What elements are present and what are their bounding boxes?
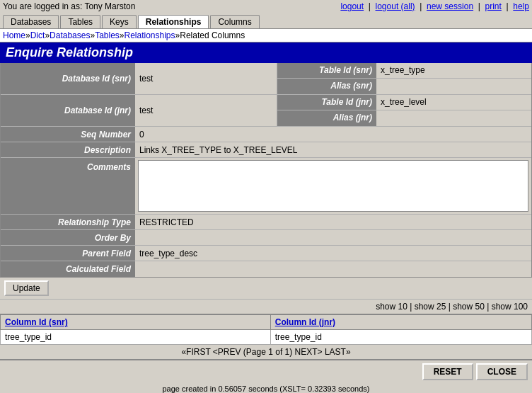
description-label: Description (1, 142, 135, 157)
new-session-link[interactable]: new session (427, 1, 473, 11)
calculated-field-row: Calculated Field (1, 261, 531, 277)
tab-keys[interactable]: Keys (102, 15, 137, 28)
print-link[interactable]: print (485, 1, 502, 11)
show-row: show 10 | show 25 | show 50 | show 100 (0, 300, 532, 314)
parent-field-value: tree_type_desc (135, 246, 531, 261)
description-value: Links X_TREE_TYPE to X_TREE_LEVEL (135, 142, 531, 157)
breadcrumb-tables[interactable]: Tables (95, 30, 120, 40)
update-row: Update (0, 278, 532, 300)
col1-header-link[interactable]: Column Id (snr) (5, 317, 68, 327)
breadcrumb-current: Related Columns (180, 30, 245, 40)
results-table: Column Id (snr) Column Id (jnr) tree_typ… (0, 314, 532, 345)
breadcrumb-home[interactable]: Home (3, 30, 25, 40)
table-id-snr-value: x_tree_type (376, 63, 531, 78)
form-section: Database Id (snr) test Table Id (snr) x_… (0, 63, 532, 278)
tab-databases[interactable]: Databases (3, 15, 59, 28)
comments-textarea[interactable] (138, 160, 528, 212)
col2-header[interactable]: Column Id (jnr) (270, 315, 531, 330)
breadcrumb: Home»Dict»Databases»Tables»Relationships… (0, 28, 532, 42)
bottom-bar: RESET CLOSE (0, 360, 532, 383)
top-bar: You are logged in as: Tony Marston logou… (0, 0, 532, 13)
relationship-type-label: Relationship Type (1, 215, 135, 229)
comments-row: Comments (1, 158, 531, 215)
alias-jnr-label: Alias (jnr) (277, 110, 376, 126)
breadcrumb-relationships[interactable]: Relationships (125, 30, 175, 40)
calculated-field-value (135, 261, 531, 277)
table-row: tree_type_id tree_type_id (1, 330, 532, 345)
top-links: logout | logout (all) | new session | pr… (340, 1, 529, 11)
alias-snr-value (376, 79, 531, 94)
table-id-jnr-label: Table Id (jnr) (277, 95, 376, 110)
tab-tables[interactable]: Tables (60, 15, 100, 28)
database-id-snr-value: test (135, 63, 277, 94)
alias-snr-label: Alias (snr) (277, 79, 376, 94)
comments-label: Comments (1, 158, 135, 214)
footer: page created in 0.56057 seconds (XSLT= 0… (0, 383, 532, 393)
relationship-type-value: RESTRICTED (135, 215, 531, 229)
logout-all-link[interactable]: logout (all) (376, 1, 415, 11)
tab-columns[interactable]: Columns (210, 15, 259, 28)
db-snr-row: Database Id (snr) test Table Id (snr) x_… (1, 63, 531, 95)
breadcrumb-dict[interactable]: Dict (30, 30, 45, 40)
breadcrumb-databases[interactable]: Databases (50, 30, 90, 40)
parent-field-row: Parent Field tree_type_desc (1, 246, 531, 261)
page-title: Enquire Relationship (0, 42, 532, 63)
pagination: «FIRST <PREV (Page 1 of 1) NEXT> LAST» (0, 345, 532, 360)
database-id-snr-label: Database Id (snr) (1, 63, 135, 94)
help-link[interactable]: help (513, 1, 529, 11)
relationship-type-row: Relationship Type RESTRICTED (1, 215, 531, 230)
database-id-jnr-label: Database Id (jnr) (1, 95, 135, 126)
seq-number-row: Seq Number 0 (1, 127, 531, 142)
logout-link[interactable]: logout (340, 1, 364, 11)
description-row: Description Links X_TREE_TYPE to X_TREE_… (1, 142, 531, 158)
order-by-label: Order By (1, 230, 135, 245)
parent-field-label: Parent Field (1, 246, 135, 261)
col2-header-link[interactable]: Column Id (jnr) (275, 317, 335, 327)
col1-cell: tree_type_id (1, 330, 271, 345)
database-id-jnr-value: test (135, 95, 277, 126)
col2-cell: tree_type_id (270, 330, 531, 345)
comments-value (135, 158, 531, 214)
order-by-value (135, 230, 531, 245)
reset-button[interactable]: RESET (422, 363, 473, 380)
order-by-row: Order By (1, 230, 531, 246)
db-jnr-row: Database Id (jnr) test Table Id (jnr) x_… (1, 95, 531, 127)
logged-in-label: You are logged in as: Tony Marston (3, 1, 135, 11)
close-button[interactable]: CLOSE (476, 363, 528, 380)
tabs-bar: Databases Tables Keys Relationships Colu… (0, 13, 532, 28)
seq-number-label: Seq Number (1, 127, 135, 142)
tab-relationships[interactable]: Relationships (138, 15, 209, 28)
table-id-snr-label: Table Id (snr) (277, 63, 376, 78)
table-id-jnr-value: x_tree_level (376, 95, 531, 110)
col1-header[interactable]: Column Id (snr) (1, 315, 271, 330)
seq-number-value: 0 (135, 127, 531, 142)
calculated-field-label: Calculated Field (1, 261, 135, 277)
update-button[interactable]: Update (4, 280, 49, 296)
alias-jnr-value (376, 110, 531, 126)
